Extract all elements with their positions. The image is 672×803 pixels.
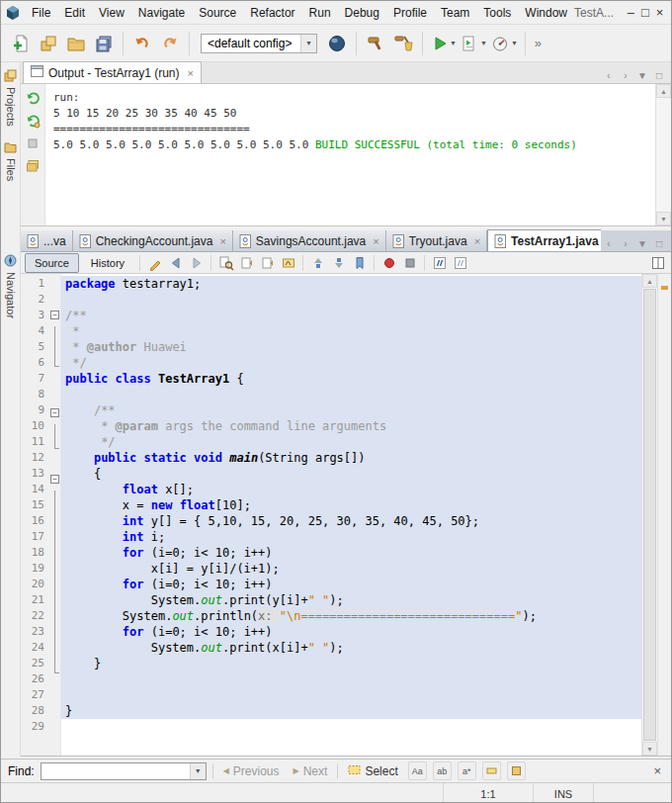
minimize-button[interactable]: – (624, 2, 638, 24)
code-line[interactable]: for (i=0; i< 10; i++) (61, 545, 641, 561)
code-line[interactable]: System.out.print(y[i]+" "); (61, 592, 641, 608)
editor-tab-savingsaccount-java[interactable]: SavingsAccount.java× (233, 230, 386, 251)
code-editor[interactable]: package testarray1;/** * * @author Huawe… (61, 274, 641, 756)
menu-file[interactable]: File (25, 3, 57, 23)
navigator-dock-tab[interactable]: Navigator (1, 254, 20, 318)
last-edit-icon[interactable] (145, 254, 164, 272)
code-line[interactable]: /** (61, 402, 641, 418)
profile-project-button[interactable]: ▼ (489, 30, 520, 57)
record-macro-icon[interactable] (379, 254, 398, 272)
editor-tab-tryout-java[interactable]: Tryout.java× (386, 230, 487, 251)
output-tab-close-icon[interactable]: × (188, 67, 194, 79)
code-line[interactable] (61, 687, 641, 703)
projects-dock-tab[interactable]: Projects (1, 62, 20, 134)
code-line[interactable]: /** (61, 308, 641, 323)
code-line[interactable]: package testarray1; (61, 276, 641, 292)
output-settings-icon[interactable] (24, 157, 42, 175)
fold-start-marker[interactable]: − (48, 311, 60, 326)
code-line[interactable]: for (i=0; i< 10; i++) (61, 577, 641, 592)
find-next-button[interactable]: ▶ Next (290, 764, 332, 778)
menu-source[interactable]: Source (192, 3, 243, 23)
undo-button[interactable] (128, 30, 156, 57)
scroll-up-icon[interactable]: ▲ (656, 84, 671, 98)
new-file-button[interactable] (7, 30, 35, 57)
code-line[interactable]: * @author Huawei (61, 339, 641, 355)
scroll-tabs-left-icon[interactable]: ‹ (601, 235, 617, 251)
fold-start-marker[interactable]: − (48, 475, 60, 491)
code-line[interactable]: */ (61, 434, 641, 450)
code-line[interactable]: } (61, 703, 641, 719)
menu-navigate[interactable]: Navigate (131, 3, 192, 23)
scrollbar-thumb[interactable] (643, 289, 656, 741)
save-all-button[interactable] (90, 30, 118, 57)
files-dock-tab[interactable]: Files (1, 134, 20, 188)
scroll-down-icon[interactable]: ▼ (642, 742, 657, 756)
editor-tab-va[interactable]: ...va (21, 230, 73, 251)
regex-icon[interactable]: a* (458, 761, 476, 780)
chevron-down-icon[interactable]: ▼ (190, 763, 206, 779)
code-line[interactable]: int y[] = { 5,10, 15, 20, 25, 30, 35, 40… (61, 513, 641, 529)
find-previous-icon[interactable] (237, 254, 256, 272)
code-line[interactable]: int i; (61, 529, 641, 545)
run-project-button[interactable]: ▼ (428, 30, 459, 57)
scroll-down-icon[interactable]: ▼ (656, 212, 671, 225)
scroll-tabs-left-icon[interactable]: ‹ (601, 67, 617, 83)
tab-close-icon[interactable]: × (474, 235, 480, 247)
code-line[interactable]: */ (61, 355, 641, 371)
code-line[interactable]: System.out.print(x[i]+" "); (61, 640, 641, 656)
menu-profile[interactable]: Profile (386, 3, 434, 23)
clean-build-button[interactable] (389, 30, 417, 57)
code-line[interactable] (61, 671, 641, 687)
uncomment-icon[interactable] (451, 254, 469, 272)
next-bookmark-icon[interactable] (329, 254, 348, 272)
close-button[interactable]: × (652, 2, 667, 24)
tab-close-icon[interactable]: × (373, 235, 378, 247)
code-line[interactable]: System.out.println(x: "\n===============… (61, 608, 641, 624)
find-input[interactable]: ▼ (41, 762, 207, 780)
history-view-button[interactable]: History (81, 253, 134, 273)
code-line[interactable] (61, 387, 641, 402)
find-selection-icon[interactable] (216, 254, 235, 272)
code-line[interactable]: x[i] = y[i]/(i+1); (61, 561, 641, 577)
previous-bookmark-icon[interactable] (308, 254, 327, 272)
find-bar-close-icon[interactable]: × (650, 763, 664, 778)
output-scrollbar-track[interactable] (656, 98, 671, 212)
code-line[interactable]: for (i=0; i< 10; i++) (61, 624, 641, 640)
scroll-tabs-right-icon[interactable]: › (618, 235, 633, 251)
menu-refactor[interactable]: Refactor (243, 3, 301, 23)
find-previous-button[interactable]: ◀ Previous (219, 764, 284, 778)
warning-mark-icon[interactable] (661, 286, 668, 290)
whole-words-icon[interactable]: ab (433, 761, 452, 780)
editor-tab-testarray1-java[interactable]: TestArray1.java× (487, 229, 601, 251)
search-history-icon[interactable] (507, 761, 526, 780)
fold-start-marker[interactable]: − (48, 408, 60, 424)
forward-icon[interactable] (187, 254, 206, 272)
split-document-icon[interactable] (648, 254, 667, 272)
open-project-button[interactable] (62, 30, 90, 57)
scroll-tabs-right-icon[interactable]: › (618, 67, 633, 83)
tab-close-icon[interactable]: × (219, 235, 225, 247)
stop-build-icon[interactable] (24, 134, 42, 152)
debug-project-button[interactable]: ▼ (459, 30, 489, 57)
code-line[interactable]: public class TestArray1 { (61, 371, 641, 387)
highlight-results-icon[interactable] (482, 761, 501, 780)
editor-scrollbar[interactable]: ▲ ▼ (641, 274, 657, 756)
back-icon[interactable] (166, 254, 185, 272)
code-line[interactable] (61, 719, 641, 735)
code-line[interactable]: * (61, 323, 641, 339)
menu-tools[interactable]: Tools (476, 3, 518, 23)
maximize-panel-icon[interactable]: □ (651, 67, 667, 83)
source-view-button[interactable]: Source (25, 253, 79, 273)
menu-debug[interactable]: Debug (338, 3, 386, 23)
menu-view[interactable]: View (92, 3, 131, 23)
find-select-button[interactable]: Select (344, 763, 401, 779)
output-tab[interactable]: Output - TestArray1 (run) × (23, 61, 202, 83)
toggle-bookmark-icon[interactable] (350, 254, 369, 272)
toggle-highlight-icon[interactable] (279, 254, 297, 272)
build-project-button[interactable] (362, 30, 389, 57)
menu-window[interactable]: Window (518, 3, 574, 23)
editor-scrollbar-track[interactable] (642, 288, 657, 742)
code-line[interactable]: } (61, 656, 641, 671)
scroll-up-icon[interactable]: ▲ (642, 274, 657, 288)
toolbar-overflow-icon[interactable]: » (531, 36, 546, 50)
